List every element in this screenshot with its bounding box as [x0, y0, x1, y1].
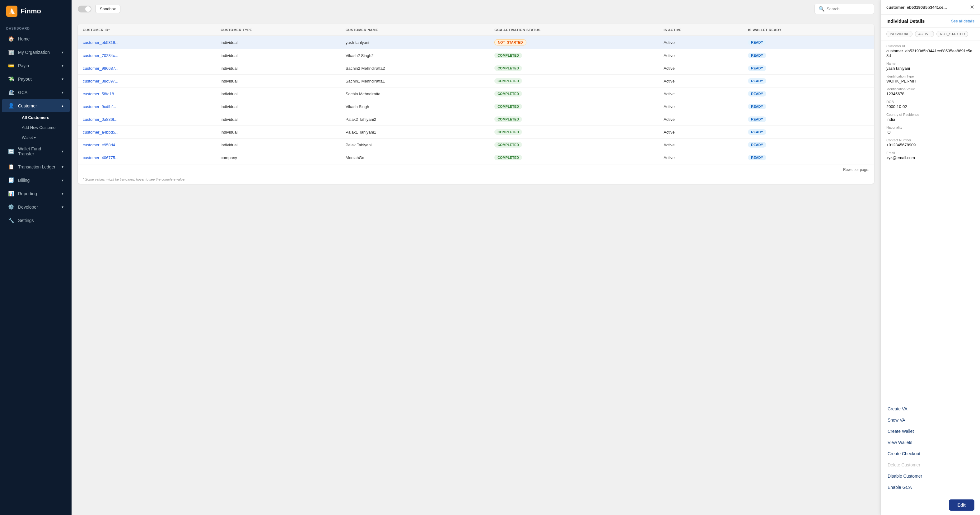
table-row[interactable]: customer_a4bbd5... individual Palak1 Tah…	[78, 126, 874, 139]
cell-customer-name: Sachin1 Mehndiratta1	[340, 75, 489, 88]
search-input[interactable]	[827, 6, 870, 11]
actions-list: Create VAShow VACreate WalletView Wallet…	[881, 401, 980, 495]
detail-country: Country of Residence India	[886, 113, 974, 122]
cell-gca-status: NOT_STARTED	[489, 36, 659, 49]
close-icon[interactable]: ✕	[970, 4, 974, 10]
col-header-wallet-ready[interactable]: IS WALLET READY	[743, 24, 874, 36]
payin-icon: 💳	[8, 62, 14, 69]
sidebar-sub-wallet[interactable]: Wallet ▾	[17, 132, 70, 142]
sandbox-toggle-track[interactable]	[78, 6, 91, 13]
sidebar-item-home-label: Home	[18, 37, 30, 41]
col-header-is-active[interactable]: IS ACTIVE	[659, 24, 743, 36]
cell-customer-type: individual	[216, 62, 340, 75]
table-row[interactable]: customer_986687... individual Sachin2 Me…	[78, 62, 874, 75]
cell-gca-status: COMPLETED	[489, 49, 659, 62]
sidebar-item-my-organization[interactable]: 🏢 My Organization ▾	[2, 46, 70, 59]
action-create-va[interactable]: Create VA	[881, 403, 980, 415]
cell-gca-status: COMPLETED	[489, 62, 659, 75]
cell-customer-name: Vikash Singh	[340, 100, 489, 113]
table-row[interactable]: customer_70284c... individual Vikash2 Si…	[78, 49, 874, 62]
cell-wallet-ready: READY	[743, 113, 874, 126]
chevron-down-icon: ▾	[62, 77, 64, 81]
cell-customer-id: customer_e958d4...	[78, 139, 216, 151]
table-row[interactable]: customer_88c597... individual Sachin1 Me…	[78, 75, 874, 88]
detail-email-value: xyz@email.com	[886, 155, 974, 160]
right-panel: customer_eb53190d5b3441ce... ✕ Individua…	[880, 0, 980, 515]
table-row[interactable]: customer_9cdfbf... individual Vikash Sin…	[78, 100, 874, 113]
table-note: * Some values might be truncated, hover …	[78, 175, 874, 184]
col-header-gca-status[interactable]: GCA ACTIVATION STATUS	[489, 24, 659, 36]
settings-icon: 🔧	[8, 217, 14, 223]
detail-country-label: Country of Residence	[886, 113, 974, 116]
sidebar-item-billing[interactable]: 🧾 Billing ▾	[2, 174, 70, 187]
action-create-checkout[interactable]: Create Checkout	[881, 448, 980, 459]
wallet-transfer-icon: 🔄	[8, 148, 14, 155]
sidebar-item-customer-label: Customer	[18, 104, 37, 108]
table-row[interactable]: customer_eb5319... individual yash tahly…	[78, 36, 874, 49]
sidebar-item-gca[interactable]: 🏦 GCA ▾	[2, 86, 70, 99]
table-row[interactable]: customer_0a836f... individual Palak2 Tah…	[78, 113, 874, 126]
detail-customer-id: Customer Id customer_eb53190d5b3441ce885…	[886, 44, 974, 58]
cell-customer-id: customer_9cdfbf...	[78, 100, 216, 113]
table-row[interactable]: customer_406775... company MoolahGo COMP…	[78, 151, 874, 164]
cell-is-active: Active	[659, 62, 743, 75]
sidebar-item-wallet-fund-transfer[interactable]: 🔄 Wallet Fund Transfer ▾	[2, 143, 70, 160]
action-show-va[interactable]: Show VA	[881, 415, 980, 426]
sidebar-item-payout[interactable]: 💸 Payout ▾	[2, 73, 70, 85]
gca-icon: 🏦	[8, 89, 14, 95]
sidebar-item-my-organization-label: My Organization	[18, 50, 50, 55]
cell-customer-type: company	[216, 151, 340, 164]
col-header-customer-type[interactable]: CUSTOMER TYPE	[216, 24, 340, 36]
cell-customer-type: individual	[216, 49, 340, 62]
table-row[interactable]: customer_58fe18... individual Sachin Meh…	[78, 88, 874, 100]
edit-button[interactable]: Edit	[949, 499, 974, 511]
action-enable-gca[interactable]: Enable GCA	[881, 482, 980, 493]
sandbox-toggle[interactable]	[78, 6, 91, 13]
detail-email: Email xyz@email.com	[886, 151, 974, 160]
sidebar-item-developer[interactable]: ⚙️ Developer ▾	[2, 201, 70, 213]
action-disable-customer[interactable]: Disable Customer	[881, 470, 980, 482]
cell-is-active: Active	[659, 49, 743, 62]
table-row[interactable]: customer_e958d4... individual Palak Tahl…	[78, 139, 874, 151]
billing-icon: 🧾	[8, 177, 14, 183]
sidebar-sub-add-new-customer[interactable]: Add New Customer	[17, 123, 70, 132]
cell-is-active: Active	[659, 88, 743, 100]
sandbox-button[interactable]: Sandbox	[95, 5, 120, 13]
sidebar-item-payin[interactable]: 💳 Payin ▾	[2, 59, 70, 72]
chevron-down-icon: ▾	[62, 165, 64, 169]
col-header-customer-name[interactable]: CUSTOMER NAME	[340, 24, 489, 36]
cell-wallet-ready: READY	[743, 100, 874, 113]
chevron-down-icon: ▾	[62, 90, 64, 95]
sidebar-item-transaction-ledger-label: Transaction Ledger	[18, 164, 56, 169]
sidebar-item-home[interactable]: 🏠 Home	[2, 32, 70, 45]
cell-customer-name: Palak Tahlyani	[340, 139, 489, 151]
detail-contact-value: +912345678909	[886, 143, 974, 147]
detail-dob-label: DOB	[886, 100, 974, 104]
sidebar-item-settings[interactable]: 🔧 Settings	[2, 214, 70, 227]
main-content: Sandbox 🔍 CUSTOMER ID* CUSTOMER TYPE CUS…	[72, 0, 880, 515]
sidebar-item-customer[interactable]: 👤 Customer ▴	[2, 99, 70, 112]
action-create-wallet[interactable]: Create Wallet	[881, 426, 980, 437]
cell-customer-type: individual	[216, 126, 340, 139]
detail-name-value: yash tahlyani	[886, 66, 974, 71]
search-bar[interactable]: 🔍	[815, 4, 874, 14]
tag: ACTIVE	[915, 31, 934, 37]
logo-text: Finmo	[21, 7, 41, 15]
cell-is-active: Active	[659, 36, 743, 49]
detail-identification-type: Identification Type WORK_PERMIT	[886, 75, 974, 83]
see-all-details-link[interactable]: See all details	[951, 19, 974, 23]
action-view-wallets[interactable]: View Wallets	[881, 437, 980, 448]
sidebar-item-transaction-ledger[interactable]: 📋 Transaction Ledger ▾	[2, 160, 70, 173]
chevron-up-icon: ▴	[62, 104, 64, 108]
detail-name: Name yash tahlyani	[886, 62, 974, 71]
cell-customer-name: Palak2 Tahlyani2	[340, 113, 489, 126]
sidebar-sub-all-customers[interactable]: All Customers	[17, 113, 70, 122]
col-header-customer-id[interactable]: CUSTOMER ID*	[78, 24, 216, 36]
cell-customer-type: individual	[216, 100, 340, 113]
customers-table-card: CUSTOMER ID* CUSTOMER TYPE CUSTOMER NAME…	[78, 24, 874, 184]
cell-customer-id: customer_406775...	[78, 151, 216, 164]
sidebar-item-reporting[interactable]: 📊 Reporting ▾	[2, 187, 70, 200]
detail-nationality-value: IO	[886, 130, 974, 134]
ledger-icon: 📋	[8, 164, 14, 170]
cell-is-active: Active	[659, 151, 743, 164]
